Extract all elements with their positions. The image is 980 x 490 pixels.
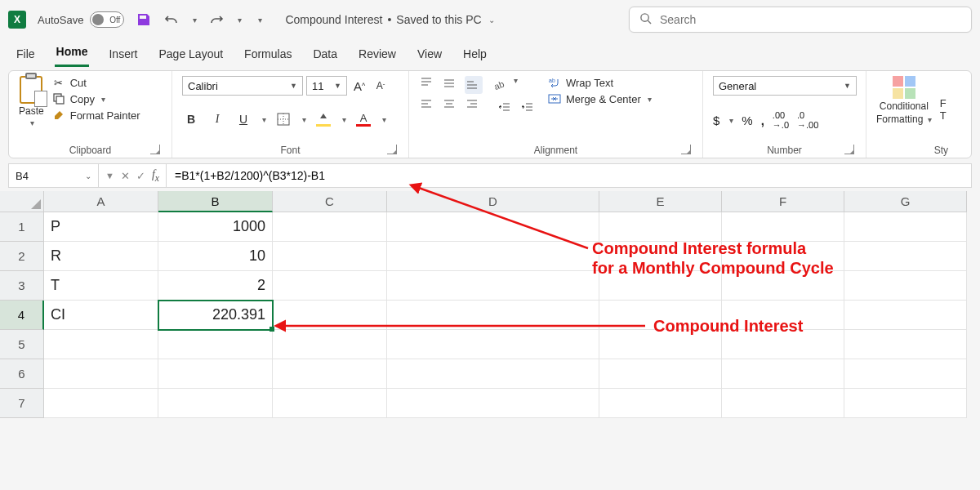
tab-view[interactable]: View [416, 47, 443, 67]
cell-g5[interactable] [844, 330, 967, 359]
cell-e3[interactable] [599, 271, 722, 301]
cell-c3[interactable] [273, 271, 387, 301]
column-header-d[interactable]: D [387, 191, 599, 212]
cell-e1[interactable] [599, 212, 722, 242]
merge-center-button[interactable]: Merge & Center▾ [548, 92, 652, 105]
cell-g2[interactable] [844, 242, 967, 271]
cell-f4[interactable] [722, 301, 844, 330]
cell-e7[interactable] [599, 389, 722, 418]
search-box[interactable] [629, 7, 972, 33]
column-header-b[interactable]: B [158, 191, 273, 212]
dialog-launcher-icon[interactable] [681, 145, 691, 154]
column-header-g[interactable]: G [844, 191, 967, 212]
cancel-icon[interactable]: ✕ [121, 170, 130, 182]
redo-menu-icon[interactable]: ▾ [238, 16, 242, 24]
align-right-icon[interactable] [465, 97, 483, 115]
cell-c4[interactable] [273, 301, 387, 330]
cell-e4[interactable] [599, 301, 722, 330]
row-header-5[interactable]: 5 [0, 330, 44, 359]
cell-b5[interactable] [158, 330, 273, 359]
wrap-text-button[interactable]: abWrap Text [548, 76, 652, 89]
tab-file[interactable]: File [15, 47, 37, 67]
cell-a3[interactable]: T [44, 271, 158, 301]
cell-d3[interactable] [387, 271, 599, 301]
enter-icon[interactable]: ✓ [136, 170, 145, 182]
cell-g7[interactable] [844, 389, 967, 418]
cell-a2[interactable]: R [44, 242, 158, 271]
cell-e6[interactable] [599, 359, 722, 389]
cell-f3[interactable] [722, 271, 844, 301]
tab-home[interactable]: Home [55, 45, 90, 67]
copy-button[interactable]: Copy▾ [52, 92, 140, 105]
conditional-formatting-button[interactable]: Conditional Formatting ▾ [876, 76, 932, 125]
column-header-a[interactable]: A [44, 191, 158, 212]
column-header-e[interactable]: E [599, 191, 722, 212]
orientation-button[interactable]: ab [491, 76, 509, 94]
cell-d5[interactable] [387, 330, 599, 359]
cell-a6[interactable] [44, 359, 158, 389]
document-title[interactable]: Compound Interest • Saved to this PC ⌄ [285, 13, 494, 26]
comma-style-button[interactable]: , [761, 114, 764, 127]
cell-b2[interactable]: 10 [158, 242, 273, 271]
cell-f7[interactable] [722, 389, 844, 418]
cell-d6[interactable] [387, 359, 599, 389]
cell-g4[interactable] [844, 301, 967, 330]
cell-f6[interactable] [722, 359, 844, 389]
column-header-c[interactable]: C [273, 191, 387, 212]
row-header-1[interactable]: 1 [0, 212, 44, 242]
dialog-launcher-icon[interactable] [844, 145, 854, 154]
cell-d1[interactable] [387, 212, 599, 242]
cell-g1[interactable] [844, 212, 967, 242]
cell-f5[interactable] [722, 330, 844, 359]
decrease-indent-icon[interactable] [496, 99, 514, 117]
italic-button[interactable]: I [208, 110, 226, 128]
font-name-combo[interactable]: Calibri▼ [182, 76, 303, 96]
select-all-corner[interactable] [0, 191, 44, 212]
number-format-combo[interactable]: General▼ [713, 76, 857, 96]
cell-a1[interactable]: P [44, 212, 158, 242]
undo-menu-icon[interactable]: ▾ [193, 16, 197, 24]
formula-input[interactable] [167, 164, 971, 187]
paste-button[interactable]: Paste ▾ [19, 76, 44, 127]
row-header-2[interactable]: 2 [0, 242, 44, 271]
format-painter-button[interactable]: Format Painter [52, 109, 140, 122]
cell-b4[interactable]: 220.391 [158, 301, 273, 330]
increase-font-icon[interactable]: A^ [350, 77, 368, 95]
row-header-4[interactable]: 4 [0, 301, 44, 330]
tab-data[interactable]: Data [311, 47, 339, 67]
cell-f1[interactable] [722, 212, 844, 242]
cell-c1[interactable] [273, 212, 387, 242]
cell-c2[interactable] [273, 242, 387, 271]
redo-button[interactable] [208, 11, 225, 28]
row-header-7[interactable]: 7 [0, 389, 44, 418]
fill-color-button[interactable] [314, 110, 332, 128]
font-color-button[interactable]: A [354, 110, 372, 128]
cell-b7[interactable] [158, 389, 273, 418]
underline-button[interactable]: U [234, 110, 252, 128]
qat-customize-icon[interactable]: ▾ [258, 16, 262, 24]
cell-g3[interactable] [844, 271, 967, 301]
cell-e2[interactable] [599, 242, 722, 271]
save-icon[interactable] [136, 11, 152, 28]
row-header-3[interactable]: 3 [0, 271, 44, 301]
align-middle-icon[interactable] [442, 76, 460, 94]
font-size-combo[interactable]: 11▼ [306, 76, 347, 96]
undo-button[interactable] [163, 11, 180, 28]
cell-g6[interactable] [844, 359, 967, 389]
align-center-icon[interactable] [442, 97, 460, 115]
align-left-icon[interactable] [419, 97, 437, 115]
down-arrow-icon[interactable]: ▼ [105, 171, 114, 180]
borders-button[interactable] [274, 110, 292, 128]
search-input[interactable] [660, 13, 961, 26]
cell-a7[interactable] [44, 389, 158, 418]
cell-a5[interactable] [44, 330, 158, 359]
autosave-control[interactable]: AutoSave Off [38, 11, 124, 28]
align-bottom-icon[interactable] [465, 76, 483, 94]
tab-formulas[interactable]: Formulas [243, 47, 293, 67]
cell-d7[interactable] [387, 389, 599, 418]
cell-d2[interactable] [387, 242, 599, 271]
cell-c7[interactable] [273, 389, 387, 418]
autosave-toggle[interactable]: Off [90, 11, 124, 28]
tab-insert[interactable]: Insert [107, 47, 139, 67]
dialog-launcher-icon[interactable] [150, 145, 160, 154]
